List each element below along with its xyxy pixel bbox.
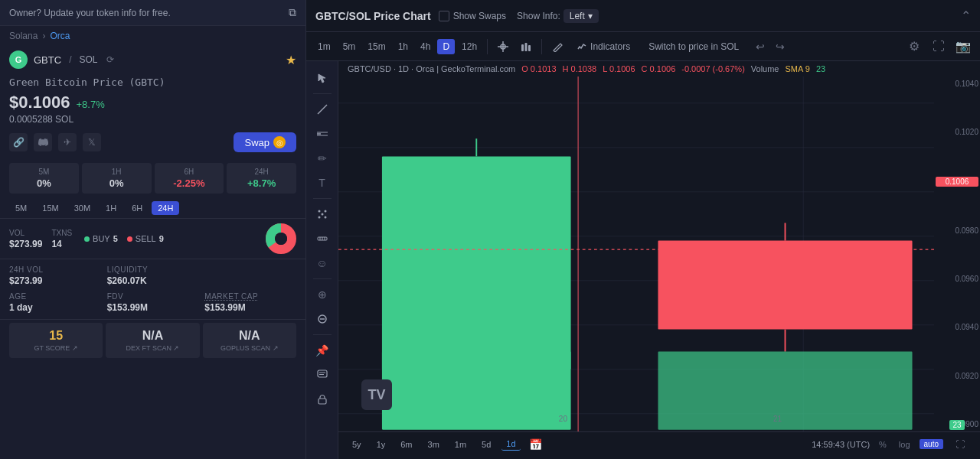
horizontal-line-tool[interactable] (312, 123, 333, 145)
tf-12h[interactable]: 12h (456, 39, 482, 54)
collapse-icon[interactable]: ⌃ (961, 8, 971, 23)
telegram-icon[interactable]: ✈ (58, 133, 77, 151)
price-5: 0.0940 (936, 323, 978, 331)
volume-val: 23 (949, 420, 964, 430)
banner-text: Owner? Update your token info for free. (9, 8, 171, 18)
emoji-tool[interactable]: ☺ (312, 252, 333, 274)
vol-val: $273.99 (9, 239, 42, 249)
score-gt-label: GT SCORE ↗ (15, 344, 96, 352)
interval-6h[interactable]: 6H (126, 201, 149, 215)
discord-icon[interactable] (34, 133, 52, 151)
lt-divider2 (313, 198, 332, 199)
swap-button[interactable]: Swap ◎ (234, 132, 296, 152)
chart-main[interactable]: GBTC/USD · 1D · Orca | GeckoTerminal.com… (338, 61, 980, 459)
tf-label-6h: 6H (161, 168, 218, 176)
bt-1m[interactable]: 1m (450, 438, 471, 451)
link-icon[interactable]: 🔗 (9, 133, 28, 151)
tf-d[interactable]: D (437, 39, 455, 54)
bt-6m[interactable]: 6m (396, 438, 416, 451)
interval-24h[interactable]: 24H (152, 201, 179, 215)
chart-open: O 0.1013 (521, 64, 556, 73)
external-link-icon[interactable]: ⧉ (289, 6, 296, 19)
tf-val-24h: +8.7% (233, 177, 290, 189)
chart-type-icon[interactable] (515, 36, 537, 57)
tf-1m[interactable]: 1m (312, 39, 336, 54)
svg-line-9 (318, 105, 327, 114)
zoom-out-tool[interactable] (312, 308, 333, 330)
measure-tool[interactable] (312, 228, 333, 249)
pct-button[interactable]: % (876, 439, 890, 450)
social-row: 🔗 ✈ 𝕏 Swap ◎ (0, 129, 305, 158)
bt-1d[interactable]: 1d (501, 438, 520, 451)
calendar-icon[interactable]: 📅 (527, 435, 545, 454)
breadcrumb-parent[interactable]: Solana (9, 31, 38, 41)
pattern-tool[interactable] (312, 203, 333, 225)
bt-5d[interactable]: 5d (477, 438, 495, 451)
show-swaps-checkbox[interactable] (439, 11, 449, 21)
score-gt[interactable]: 15 GT SCORE ↗ (9, 323, 103, 358)
line-tool[interactable] (312, 99, 333, 120)
tf-15m[interactable]: 15m (362, 39, 390, 54)
tf-val-6h: -2.25% (161, 177, 218, 189)
bt-5y[interactable]: 5y (348, 438, 366, 451)
fullscreen-icon[interactable]: ⛶ (928, 36, 949, 57)
lock-tool[interactable] (312, 389, 333, 410)
crosshair-icon[interactable] (492, 36, 514, 57)
tf-4h[interactable]: 4h (415, 39, 436, 54)
show-swaps-label[interactable]: Show Swaps (453, 11, 506, 21)
tf-cell-5m: 5M 0% (9, 163, 79, 194)
indicators-button[interactable]: Indicators (570, 38, 638, 55)
tf-val-5m: 0% (15, 177, 73, 189)
undo-button[interactable]: ↩ (751, 37, 769, 56)
interval-5m[interactable]: 5M (9, 201, 33, 215)
metric-market-cap-label: MARKET CAP (204, 292, 296, 301)
price-usd: $0.1006 (9, 93, 70, 112)
score-gt-num: 15 (15, 329, 96, 343)
tf-divider (487, 39, 488, 54)
camera-icon[interactable]: 📷 (952, 36, 974, 57)
log-button[interactable]: log (896, 439, 913, 450)
metric-liquidity-val: $260.07K (107, 275, 199, 286)
breadcrumb-child[interactable]: Orca (50, 31, 70, 41)
redo-button[interactable]: ↪ (771, 37, 789, 56)
fullscreen-btn2[interactable]: ⛶ (949, 434, 971, 455)
bt-1y[interactable]: 1y (372, 438, 390, 451)
twitter-icon[interactable]: 𝕏 (83, 133, 101, 151)
top-banner: Owner? Update your token info for free. … (0, 0, 305, 26)
tf-divider2 (541, 39, 542, 54)
interval-15m[interactable]: 15M (36, 201, 64, 215)
drawing-icon[interactable] (547, 36, 568, 57)
refresh-icon[interactable]: ⟳ (106, 54, 114, 65)
interval-30m[interactable]: 30M (68, 201, 96, 215)
tf-1h[interactable]: 1h (393, 39, 413, 54)
tf-label-5m: 5M (15, 168, 73, 176)
score-goplus[interactable]: N/A GOPLUS SCAN ↗ (203, 323, 296, 358)
switch-price-button[interactable]: Switch to price in SOL (641, 38, 746, 55)
cursor-tool[interactable] (312, 67, 333, 89)
score-dex[interactable]: N/A DEX FT SCAN ↗ (106, 323, 199, 358)
chart-low: L 0.1006 (603, 64, 635, 73)
zoom-in-tool[interactable]: ⊕ (312, 284, 333, 305)
svg-point-2 (275, 233, 287, 245)
bt-3m[interactable]: 3m (423, 438, 444, 451)
chart-bottom-bar: 5y 1y 6m 3m 1m 5d 1d 📅 14:59:43 (UTC) % … (338, 431, 980, 456)
green-candle-body (382, 156, 571, 369)
bottom-right: 14:59:43 (UTC) % log auto ⛶ (812, 434, 971, 455)
metric-liquidity: LIQUIDITY $260.07K (107, 265, 199, 286)
info-position-dropdown[interactable]: Left ▾ (564, 9, 599, 23)
favorite-icon[interactable]: ★ (286, 53, 296, 67)
auto-button[interactable]: auto (920, 439, 943, 449)
pin-tool[interactable]: 📌 (312, 340, 333, 361)
chart-area: ✏ T ☺ (306, 61, 980, 459)
interval-1h[interactable]: 1H (100, 201, 122, 215)
metric-24h-vol-label: 24H VOL (9, 265, 101, 274)
tf-5m[interactable]: 5m (338, 39, 361, 54)
metric-fdv-label: FDV (107, 292, 199, 301)
pencil-tool[interactable]: ✏ (312, 148, 333, 169)
breadcrumb-separator: › (42, 31, 45, 41)
txns-val: 14 (51, 239, 72, 249)
text-tool[interactable]: T (312, 172, 333, 194)
svg-point-17 (321, 213, 323, 216)
settings-icon[interactable]: ⚙ (903, 36, 925, 57)
annotation-tool[interactable] (312, 364, 333, 386)
